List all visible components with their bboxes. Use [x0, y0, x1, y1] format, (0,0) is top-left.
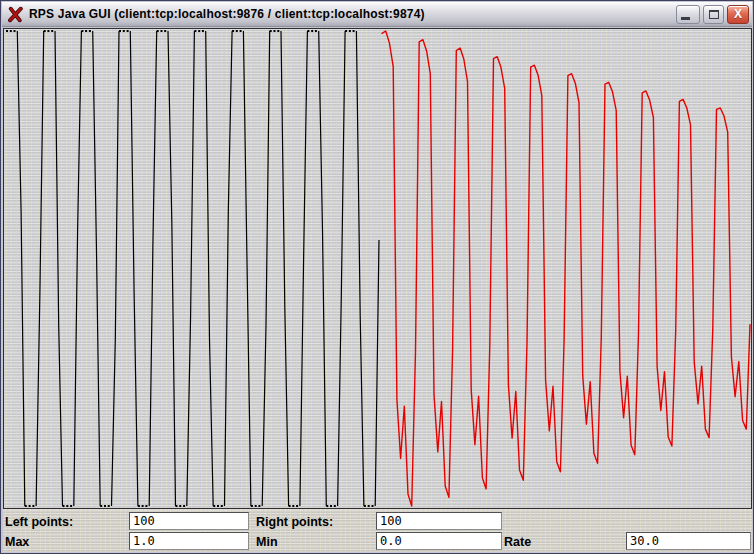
titlebar[interactable]: RPS Java GUI (client:tcp:localhost:9876 …	[2, 2, 752, 27]
rate-label: Rate	[504, 532, 531, 552]
close-button[interactable]: X	[727, 5, 749, 24]
plot-svg	[4, 29, 751, 508]
controls-panel: Left points: Right points: Max Min Rate	[3, 509, 752, 552]
min-input[interactable]	[376, 532, 502, 550]
app-window: RPS Java GUI (client:tcp:localhost:9876 …	[0, 0, 754, 554]
left-waveform-solid	[17, 31, 379, 506]
window-buttons: X	[676, 5, 749, 24]
minimize-icon	[681, 17, 690, 20]
right-points-input[interactable]	[376, 512, 502, 530]
right-points-label: Right points:	[256, 512, 333, 532]
left-points-label: Left points:	[5, 512, 73, 532]
max-label: Max	[5, 532, 29, 552]
minimize-button[interactable]	[676, 5, 700, 24]
right-waveform	[382, 31, 750, 506]
close-icon: X	[734, 7, 742, 21]
maximize-icon	[709, 10, 719, 19]
max-input[interactable]	[129, 532, 249, 550]
maximize-button[interactable]	[703, 5, 724, 24]
rate-input[interactable]	[626, 532, 751, 550]
red-x-app-icon	[7, 6, 24, 23]
plot-area	[3, 28, 752, 509]
min-label: Min	[256, 532, 278, 552]
window-title: RPS Java GUI (client:tcp:localhost:9876 …	[29, 7, 676, 21]
left-points-input[interactable]	[129, 512, 249, 530]
